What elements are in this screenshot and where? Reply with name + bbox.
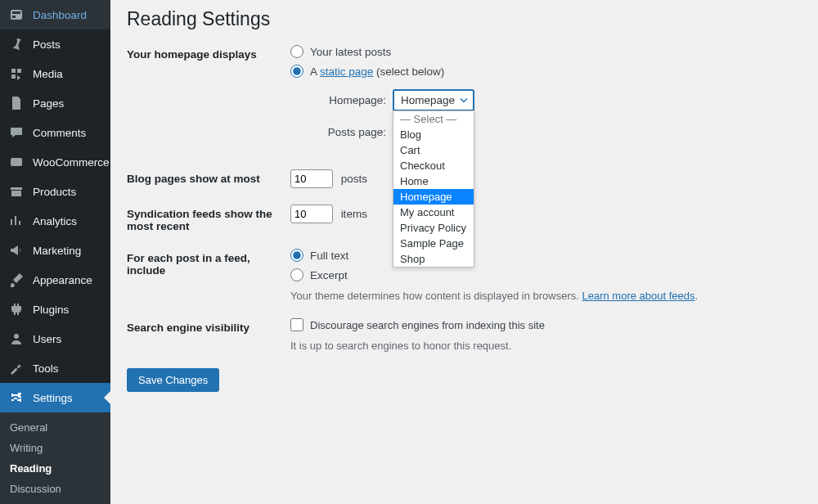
radio-label: A static page (select below) bbox=[310, 65, 444, 78]
menu-label: Posts bbox=[33, 38, 61, 51]
menu-label: Products bbox=[33, 186, 76, 198]
feed-include-label: For each post in a feed, include bbox=[127, 249, 290, 277]
radio-full-text[interactable]: Full text bbox=[290, 249, 802, 262]
feed-description: Your theme determines how content is dis… bbox=[290, 290, 802, 302]
dropdown-option[interactable]: My account bbox=[393, 205, 474, 220]
sidebar-item-tools[interactable]: Tools bbox=[0, 353, 110, 383]
svg-point-1 bbox=[14, 334, 19, 339]
sidebar-item-settings[interactable]: Settings bbox=[0, 383, 110, 412]
sidebar-item-users[interactable]: Users bbox=[0, 324, 110, 353]
sidebar-item-dashboard[interactable]: Dashboard bbox=[0, 0, 110, 29]
settings-icon bbox=[8, 389, 25, 406]
save-button[interactable]: Save Changes bbox=[127, 368, 219, 392]
syndication-input[interactable] bbox=[290, 205, 333, 223]
comment-icon bbox=[8, 124, 25, 141]
blog-pages-input[interactable] bbox=[290, 169, 333, 188]
blog-pages-label: Blog pages show at most bbox=[127, 169, 290, 185]
homepage-displays-label: Your homepage displays bbox=[127, 45, 290, 61]
menu-label: Plugins bbox=[33, 304, 69, 316]
homepage-select-label: Homepage: bbox=[308, 94, 386, 106]
radio-label: Excerpt bbox=[310, 269, 348, 281]
tools-icon bbox=[8, 360, 25, 376]
dropdown-option[interactable]: Shop bbox=[393, 251, 474, 267]
menu-label: Appearance bbox=[33, 274, 92, 286]
admin-sidebar: Dashboard Posts Media Pages Comments Woo… bbox=[0, 0, 110, 504]
dashboard-icon bbox=[8, 7, 25, 23]
dropdown-option-highlighted[interactable]: Homepage bbox=[393, 189, 474, 205]
archive-icon bbox=[8, 183, 25, 200]
radio-label: Your latest posts bbox=[310, 46, 391, 58]
menu-label: WooCommerce bbox=[33, 156, 110, 169]
submenu-discussion[interactable]: Discussion bbox=[0, 479, 110, 499]
syndication-label: Syndication feeds show the most recent bbox=[127, 205, 290, 232]
learn-more-link[interactable]: Learn more about feeds bbox=[582, 290, 694, 302]
dropdown-option[interactable]: Blog bbox=[393, 127, 474, 142]
search-description: It is up to search engines to honor this… bbox=[290, 340, 802, 352]
radio-static-page[interactable]: A static page (select below) bbox=[290, 65, 802, 78]
submenu-media[interactable]: Media bbox=[0, 499, 110, 504]
blog-pages-unit: posts bbox=[341, 173, 367, 185]
sidebar-item-products[interactable]: Products bbox=[0, 177, 110, 206]
dropdown-option[interactable]: Checkout bbox=[393, 158, 474, 173]
submenu-reading[interactable]: Reading bbox=[0, 458, 110, 479]
radio-label: Full text bbox=[310, 250, 348, 262]
dropdown-option[interactable]: — Select — bbox=[393, 111, 474, 127]
dropdown-option[interactable]: Home bbox=[393, 173, 474, 189]
menu-label: Pages bbox=[33, 97, 64, 110]
dropdown-option[interactable]: Cart bbox=[393, 142, 474, 158]
submenu-general[interactable]: General bbox=[0, 417, 110, 438]
sidebar-item-plugins[interactable]: Plugins bbox=[0, 295, 110, 324]
users-icon bbox=[8, 331, 25, 347]
chart-icon bbox=[8, 213, 25, 229]
settings-submenu: General Writing Reading Discussion Media… bbox=[0, 412, 110, 504]
brush-icon bbox=[8, 272, 25, 288]
radio-full-input[interactable] bbox=[290, 249, 303, 262]
media-icon bbox=[8, 65, 25, 82]
sidebar-item-posts[interactable]: Posts bbox=[0, 29, 110, 59]
radio-latest-input[interactable] bbox=[290, 45, 303, 58]
svg-rect-3 bbox=[20, 398, 21, 402]
sidebar-item-appearance[interactable]: Appearance bbox=[0, 265, 110, 295]
menu-label: Users bbox=[33, 333, 61, 345]
menu-label: Dashboard bbox=[33, 9, 87, 21]
sidebar-item-media[interactable]: Media bbox=[0, 59, 110, 88]
page-title: Reading Settings bbox=[127, 8, 802, 30]
menu-label: Comments bbox=[33, 127, 86, 139]
posts-page-select-label: Posts page: bbox=[308, 126, 386, 138]
plugin-icon bbox=[8, 301, 25, 317]
sidebar-item-woocommerce[interactable]: WooCommerce bbox=[0, 147, 110, 177]
homepage-select[interactable]: Homepage bbox=[393, 89, 474, 111]
sidebar-item-pages[interactable]: Pages bbox=[0, 88, 110, 118]
menu-label: Marketing bbox=[33, 245, 81, 257]
search-visibility-label: Search engine visibility bbox=[127, 318, 290, 334]
discourage-search-checkbox[interactable]: Discourage search engines from indexing … bbox=[290, 318, 802, 331]
submenu-writing[interactable]: Writing bbox=[0, 438, 110, 458]
menu-label: Settings bbox=[33, 392, 73, 404]
pin-icon bbox=[8, 36, 25, 52]
static-page-link[interactable]: static page bbox=[320, 65, 373, 78]
sidebar-item-marketing[interactable]: Marketing bbox=[0, 236, 110, 265]
sidebar-item-analytics[interactable]: Analytics bbox=[0, 206, 110, 236]
menu-label: Tools bbox=[33, 362, 59, 375]
main-content: Reading Settings Your homepage displays … bbox=[110, 0, 818, 504]
radio-latest-posts[interactable]: Your latest posts bbox=[290, 45, 802, 58]
syndication-unit: items bbox=[341, 208, 367, 220]
sidebar-item-comments[interactable]: Comments bbox=[0, 118, 110, 147]
page-icon bbox=[8, 95, 25, 111]
menu-label: Media bbox=[33, 68, 63, 80]
radio-excerpt[interactable]: Excerpt bbox=[290, 268, 802, 281]
woo-icon bbox=[8, 154, 25, 170]
discourage-checkbox-input[interactable] bbox=[290, 318, 303, 331]
menu-label: Analytics bbox=[33, 215, 77, 227]
svg-rect-0 bbox=[11, 158, 22, 166]
chevron-down-icon bbox=[460, 94, 468, 106]
megaphone-icon bbox=[8, 242, 25, 259]
checkbox-label: Discourage search engines from indexing … bbox=[310, 319, 545, 331]
svg-rect-2 bbox=[11, 394, 13, 397]
radio-static-input[interactable] bbox=[290, 65, 303, 78]
homepage-dropdown: — Select — Blog Cart Checkout Home Homep… bbox=[393, 110, 474, 268]
dropdown-option[interactable]: Privacy Policy bbox=[393, 220, 474, 236]
dropdown-option[interactable]: Sample Page bbox=[393, 236, 474, 251]
radio-excerpt-input[interactable] bbox=[290, 268, 303, 281]
